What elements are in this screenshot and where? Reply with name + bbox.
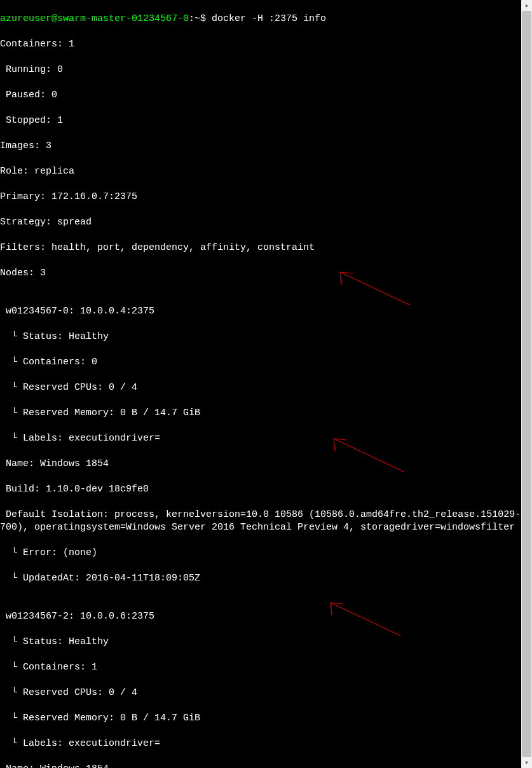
node2-cpus: └ Reserved CPUs: 0 / 4: [0, 687, 532, 699]
command-text: docker -H :2375 info: [212, 13, 326, 24]
output-role: Role: replica: [0, 165, 532, 178]
node2-status: └ Status: Healthy: [0, 636, 532, 648]
scroll-down-button[interactable]: ▼: [521, 757, 532, 768]
output-strategy: Strategy: spread: [0, 216, 532, 229]
node1-build: Build: 1.10.0-dev 18c9fe0: [0, 483, 532, 496]
scrollbar-thumb[interactable]: [522, 11, 531, 757]
node1-status: └ Status: Healthy: [0, 331, 532, 343]
node1-updated: └ UpdatedAt: 2016-04-11T18:09:05Z: [0, 572, 532, 585]
node1-title: w01234567-0: 10.0.0.4:2375: [0, 305, 532, 318]
prompt-user-host: azureuser@swarm-master-01234567-0: [0, 13, 189, 24]
node2-containers: └ Containers: 1: [0, 661, 532, 674]
vertical-scrollbar[interactable]: ▲ ▼: [521, 0, 532, 768]
prompt-line-1: azureuser@swarm-master-01234567-0:~$ doc…: [0, 13, 532, 25]
node2-title: w01234567-2: 10.0.0.6:2375: [0, 610, 532, 623]
output-paused: Paused: 0: [0, 89, 532, 102]
output-primary: Primary: 172.16.0.7:2375: [0, 191, 532, 203]
output-containers: Containers: 1: [0, 38, 532, 51]
output-nodes: Nodes: 3: [0, 267, 532, 280]
node2-memory: └ Reserved Memory: 0 B / 14.7 GiB: [0, 712, 532, 725]
terminal-output[interactable]: azureuser@swarm-master-01234567-0:~$ doc…: [0, 0, 532, 768]
output-running: Running: 0: [0, 64, 532, 76]
node2-name: Name: Windows 1854: [0, 763, 532, 768]
node1-containers: └ Containers: 0: [0, 356, 532, 369]
node1-memory: └ Reserved Memory: 0 B / 14.7 GiB: [0, 407, 532, 420]
output-images: Images: 3: [0, 140, 532, 153]
node1-labels: └ Labels: executiondriver=: [0, 432, 532, 445]
output-stopped: Stopped: 1: [0, 114, 532, 127]
output-filters: Filters: health, port, dependency, affin…: [0, 242, 532, 254]
scroll-up-button[interactable]: ▲: [521, 0, 532, 11]
node1-cpus: └ Reserved CPUs: 0 / 4: [0, 381, 532, 394]
node1-name: Name: Windows 1854: [0, 458, 532, 470]
node2-labels: └ Labels: executiondriver=: [0, 737, 532, 750]
node1-error: └ Error: (none): [0, 547, 532, 559]
prompt-path: :~$: [189, 13, 212, 24]
node1-isolation: Default Isolation: process, kernelversio…: [0, 509, 532, 534]
